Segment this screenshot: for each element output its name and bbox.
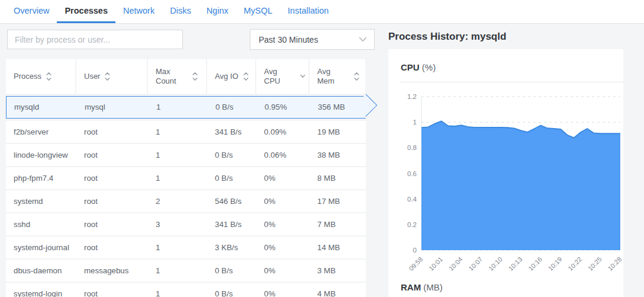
- cell-process: dbus-daemon: [6, 260, 76, 282]
- cell-avg-io: 341 B/s: [207, 213, 256, 235]
- cell-avg-cpu: 0%: [256, 167, 310, 189]
- tab-disks[interactable]: Disks: [162, 0, 198, 23]
- cell-avg-cpu: 0.95%: [257, 97, 310, 118]
- sort-both-icon: [192, 72, 198, 81]
- cell-avg-io: 0 B/s: [207, 283, 256, 297]
- svg-text:0.6: 0.6: [407, 170, 417, 177]
- cell-max-count: 2: [148, 190, 207, 212]
- cell-user: mysql: [77, 97, 149, 118]
- section-divider: [400, 82, 623, 82]
- table-row-systemd[interactable]: systemd root 2 546 B/s 0% 17 MB: [6, 190, 366, 213]
- cell-user: root: [76, 167, 148, 189]
- cell-avg-cpu: 0%: [256, 260, 310, 282]
- table-row-systemd-login[interactable]: systemd-login root 1 0 B/s 0% 4 MB: [6, 283, 366, 297]
- column-header-avg-mem[interactable]: Avg Mem: [310, 59, 365, 94]
- column-header-process[interactable]: Process: [6, 59, 76, 94]
- cell-process: mysqld: [7, 97, 77, 118]
- table-row-mysqld[interactable]: mysqld mysql 1 0 B/s 0.95% 356 MB: [6, 96, 366, 119]
- svg-text:10:01: 10:01: [427, 256, 444, 272]
- cell-process: f2b/server: [6, 121, 76, 143]
- cell-max-count: 1: [148, 283, 207, 297]
- processes-pane: Past 30 Minutes Process User Max Count A…: [0, 24, 382, 297]
- cpu-heading-label: CPU: [401, 62, 420, 72]
- sort-desc-icon: [300, 74, 306, 79]
- cell-user: root: [76, 121, 148, 143]
- cell-user: root: [76, 237, 148, 258]
- column-header-max-count[interactable]: Max Count: [148, 59, 207, 94]
- sort-both-icon: [104, 72, 111, 81]
- cpu-heading-unit: (%): [422, 62, 436, 72]
- cell-max-count: 1: [148, 167, 207, 189]
- cell-avg-cpu: 0%: [256, 237, 310, 258]
- svg-text:0.4: 0.4: [407, 196, 417, 203]
- cell-avg-mem: 38 MB: [310, 144, 365, 166]
- svg-text:1.2: 1.2: [407, 93, 417, 100]
- column-header-user[interactable]: User: [76, 59, 148, 94]
- cell-max-count: 1: [149, 97, 208, 118]
- table-row-f2b-server[interactable]: f2b/server root 1 341 B/s 0.09% 19 MB: [6, 121, 366, 144]
- cell-avg-mem: 3 MB: [310, 260, 365, 282]
- cpu-chart: 00.20.40.60.811.209:5810:0110:0410:0710:…: [398, 85, 623, 275]
- process-history-title: Process History: mysqld: [388, 31, 623, 43]
- cell-process: systemd-journal: [6, 237, 76, 258]
- sort-both-icon: [353, 72, 360, 81]
- tab-overview[interactable]: Overview: [6, 0, 57, 23]
- cell-max-count: 1: [148, 260, 207, 282]
- cell-avg-io: 0 B/s: [207, 167, 256, 189]
- cell-avg-io: 341 B/s: [207, 121, 256, 143]
- process-table-header: Process User Max Count Avg IO Avg CPU Av…: [6, 59, 366, 94]
- cell-avg-mem: 14 MB: [310, 237, 365, 258]
- time-range-value: Past 30 Minutes: [259, 35, 318, 44]
- process-filter-input[interactable]: [7, 30, 183, 49]
- table-row-sshd[interactable]: sshd root 3 341 B/s 0% 7 MB: [6, 213, 366, 237]
- ram-heading-unit: (MB): [423, 282, 443, 292]
- svg-text:10:22: 10:22: [566, 256, 583, 272]
- cell-avg-mem: 17 MB: [310, 190, 365, 212]
- svg-text:0.8: 0.8: [407, 144, 417, 151]
- cell-user: messagebus: [76, 260, 148, 282]
- cell-avg-mem: 8 MB: [310, 167, 365, 189]
- table-row-dbus-daemon[interactable]: dbus-daemon messagebus 1 0 B/s 0% 3 MB: [6, 260, 366, 283]
- cell-avg-mem: 4 MB: [310, 283, 365, 297]
- ram-heading-label: RAM: [401, 282, 421, 292]
- table-row-php-fpm[interactable]: php-fpm7.4 root 1 0 B/s 0% 8 MB: [6, 167, 366, 190]
- svg-text:10:10: 10:10: [487, 256, 504, 272]
- cell-process: php-fpm7.4: [6, 167, 76, 189]
- svg-text:09:58: 09:58: [407, 256, 424, 272]
- cell-process: sshd: [6, 213, 76, 235]
- cell-user: root: [76, 144, 148, 166]
- tab-processes[interactable]: Processes: [57, 0, 115, 23]
- time-range-select[interactable]: Past 30 Minutes: [250, 29, 375, 50]
- ram-chart-heading: RAM (MB): [401, 282, 623, 292]
- cell-avg-io: 0 B/s: [207, 260, 256, 282]
- svg-text:10:07: 10:07: [467, 256, 484, 272]
- process-history-card: CPU (%) 00.20.40.60.811.209:5810:0110:04…: [388, 49, 623, 297]
- column-header-avg-io[interactable]: Avg IO: [207, 59, 256, 94]
- cell-user: root: [76, 213, 148, 235]
- svg-text:0: 0: [413, 247, 417, 254]
- sort-both-icon: [243, 72, 249, 81]
- cell-avg-mem: 356 MB: [310, 97, 366, 118]
- cell-process: systemd-login: [6, 283, 76, 297]
- tab-network[interactable]: Network: [115, 0, 162, 23]
- cell-avg-mem: 7 MB: [310, 213, 365, 235]
- process-history-panel: Process History: mysqld CPU (%) 00.20.40…: [388, 24, 623, 297]
- svg-text:10:13: 10:13: [507, 256, 523, 272]
- cell-avg-io: 546 B/s: [207, 190, 256, 212]
- cell-user: root: [76, 190, 148, 212]
- cell-avg-cpu: 0%: [256, 190, 310, 212]
- tab-nginx[interactable]: Nginx: [199, 0, 236, 23]
- table-row-systemd-journal[interactable]: systemd-journal root 1 3 KB/s 0% 14 MB: [6, 237, 366, 260]
- process-table: Process User Max Count Avg IO Avg CPU Av…: [6, 59, 366, 297]
- cell-avg-io: 3 KB/s: [207, 237, 256, 258]
- column-header-avg-cpu[interactable]: Avg CPU: [256, 59, 310, 94]
- cell-avg-cpu: 0%: [256, 213, 310, 235]
- svg-text:1: 1: [413, 119, 417, 126]
- cell-avg-cpu: 0%: [256, 283, 310, 297]
- tab-mysql[interactable]: MySQL: [236, 0, 280, 23]
- cell-process: systemd: [6, 190, 76, 212]
- sort-both-icon: [46, 72, 52, 81]
- tab-installation[interactable]: Installation: [280, 0, 336, 23]
- cell-avg-io: 0 B/s: [207, 144, 256, 166]
- table-row-linode-longview[interactable]: linode-longview root 1 0 B/s 0.06% 38 MB: [6, 144, 366, 167]
